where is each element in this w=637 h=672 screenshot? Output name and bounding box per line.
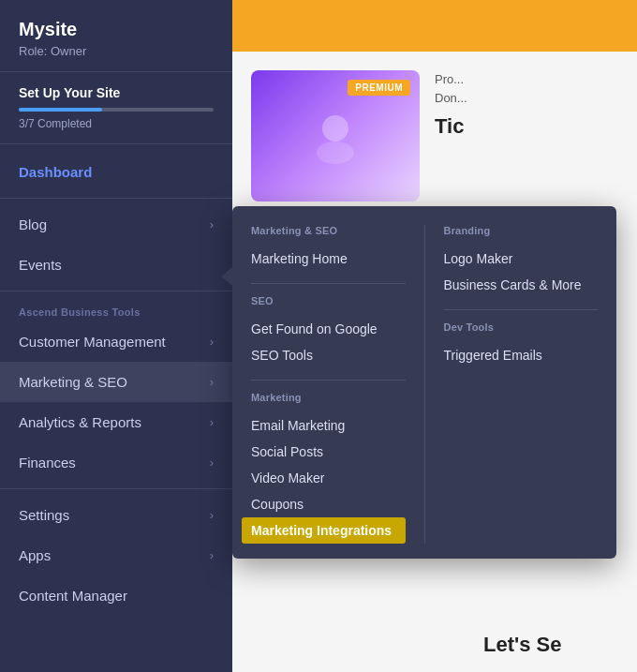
sidebar-item-label: Dashboard (19, 164, 92, 180)
dropdown-divider-3 (444, 309, 599, 310)
progress-bar-track (19, 108, 214, 112)
chevron-right-icon: › (210, 217, 214, 231)
site-name: Mysite (19, 19, 214, 40)
sidebar-item-finances[interactable]: Finances › (0, 442, 232, 483)
dropdown-section-marketing-seo: Marketing & SEO (251, 225, 406, 236)
dropdown-item-coupons[interactable]: Coupons (251, 491, 406, 517)
dropdown-section-seo: SEO (251, 295, 406, 306)
sidebar-item-label: Blog (19, 217, 47, 232)
nav-divider-1 (0, 198, 232, 199)
dropdown-left-col: Marketing & SEO Marketing Home SEO Get F… (232, 225, 424, 544)
nav-divider-2 (0, 291, 232, 291)
dropdown-item-get-found[interactable]: Get Found on Google (251, 316, 406, 342)
right-content: Pro...Don... Tic (435, 70, 618, 202)
sidebar-header: Mysite Role: Owner (0, 0, 232, 72)
ascend-section-label: Ascend Business Tools (0, 297, 232, 321)
card-decorative-svg (307, 108, 363, 164)
premium-badge: PREMIUM (348, 80, 410, 96)
sidebar-item-label: Content Manager (19, 588, 127, 604)
sidebar-item-label: Apps (19, 547, 51, 563)
sidebar-item-settings[interactable]: Settings › (0, 495, 232, 535)
dropdown-columns: Marketing & SEO Marketing Home SEO Get F… (232, 225, 616, 544)
sidebar-item-label: Customer Management (19, 334, 166, 350)
sidebar-item-customer-management[interactable]: Customer Management › (0, 321, 232, 362)
promo-text: Pro...Don... (435, 70, 618, 107)
setup-section[interactable]: Set Up Your Site 3/7 Completed (0, 72, 232, 144)
site-role: Role: Owner (19, 44, 214, 58)
dropdown-section-dev-tools: Dev Tools (444, 321, 599, 333)
sidebar-item-blog[interactable]: Blog › (0, 204, 232, 245)
sidebar-item-analytics-reports[interactable]: Analytics & Reports › (0, 402, 232, 442)
top-bar (232, 0, 637, 52)
sidebar-item-content-manager[interactable]: Content Manager (0, 575, 232, 616)
svg-point-1 (317, 142, 354, 164)
marketing-seo-dropdown: Marketing & SEO Marketing Home SEO Get F… (232, 206, 616, 559)
dropdown-item-email-marketing[interactable]: Email Marketing (251, 412, 406, 439)
dropdown-item-seo-tools[interactable]: SEO Tools (251, 342, 406, 368)
dropdown-section-marketing: Marketing (251, 392, 406, 403)
sidebar-item-label: Analytics & Reports (19, 414, 141, 430)
setup-title: Set Up Your Site (19, 85, 214, 100)
nav-divider-3 (0, 488, 232, 489)
card-area: PREMIUM Pro...Don... Tic (232, 52, 637, 220)
sidebar-item-label: Finances (19, 455, 76, 470)
dropdown-item-business-cards[interactable]: Business Cards & More (444, 272, 599, 298)
sidebar-item-label: Marketing & SEO (19, 374, 127, 390)
sidebar-item-marketing-seo[interactable]: Marketing & SEO › (0, 362, 232, 402)
dropdown-item-logo-maker[interactable]: Logo Maker (444, 246, 599, 272)
sidebar-item-label: Settings (19, 507, 69, 523)
dropdown-right-col: Branding Logo Maker Business Cards & Mor… (424, 225, 617, 544)
tick-heading: Tic (435, 114, 618, 139)
sidebar-item-label: Events (19, 257, 62, 273)
dropdown-section-branding: Branding (444, 225, 599, 236)
premium-card: PREMIUM (251, 70, 420, 202)
dropdown-item-marketing-integrations[interactable]: Marketing Integrations (242, 517, 406, 544)
dropdown-divider-2 (251, 380, 406, 381)
chevron-right-icon: › (210, 375, 214, 389)
progress-bar-fill (19, 108, 102, 112)
sidebar-item-events[interactable]: Events (0, 245, 232, 285)
sidebar-item-dashboard[interactable]: Dashboard (0, 152, 232, 192)
dropdown-arrow (221, 267, 232, 286)
dropdown-item-marketing-home[interactable]: Marketing Home (251, 246, 406, 272)
nav-section: Dashboard Blog › Events Ascend Business … (0, 144, 232, 672)
sidebar-item-apps[interactable]: Apps › (0, 535, 232, 575)
lets-se-text: Let's Se (483, 633, 618, 657)
progress-label: 3/7 Completed (19, 117, 214, 130)
svg-point-0 (322, 115, 348, 142)
sidebar: Mysite Role: Owner Set Up Your Site 3/7 … (0, 0, 232, 672)
dropdown-item-social-posts[interactable]: Social Posts (251, 439, 406, 465)
chevron-right-icon: › (210, 415, 214, 429)
dropdown-item-video-maker[interactable]: Video Maker (251, 465, 406, 491)
chevron-right-icon: › (210, 548, 214, 562)
chevron-right-icon: › (210, 335, 214, 349)
chevron-right-icon: › (210, 508, 214, 522)
dropdown-item-triggered-emails[interactable]: Triggered Emails (444, 342, 599, 368)
chevron-right-icon: › (210, 455, 214, 470)
bottom-area: Let's Se (465, 618, 637, 672)
dropdown-divider-1 (251, 283, 406, 284)
